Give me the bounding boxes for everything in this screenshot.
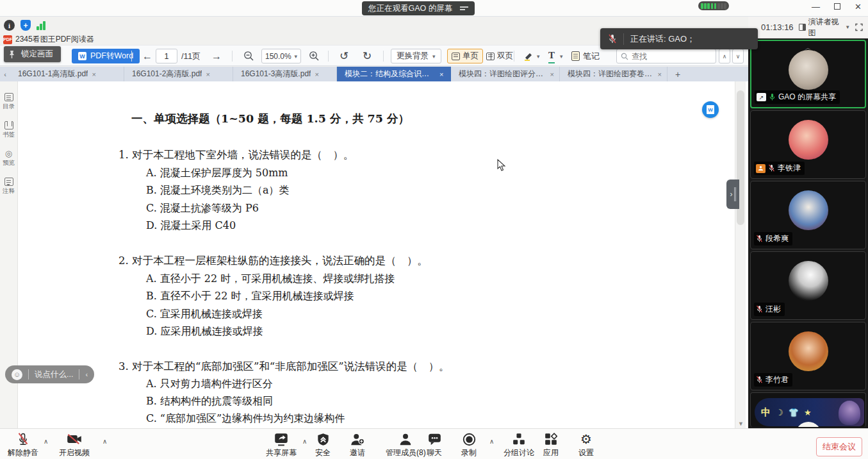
question-1-option-c: C. 混凝土抗渗等级为 P6 [146,202,259,215]
person-add-icon [350,432,364,446]
chevron-down-icon[interactable]: ▾ [560,49,563,63]
notes-button[interactable]: 笔记 [571,49,600,63]
lock-screen-tooltip[interactable]: 锁定画面 [4,46,61,62]
rail-toc[interactable]: 目录 [0,93,17,110]
participant-tile-lizhujun[interactable]: 李竹君 [750,322,866,390]
close-icon[interactable]: × [550,71,554,78]
rail-annotations[interactable]: 注释 [0,178,17,194]
page-number-input[interactable] [158,52,175,61]
toc-icon [4,93,13,101]
tab-module4-standard[interactable]: 模块四：详图绘图评分标准-A03 × [451,67,560,81]
zoom-in-button[interactable] [309,49,320,63]
question-2-option-a: A. 直径小于 22 时，可采用机械连接、焊接或绑扎搭接 [146,272,395,286]
find-previous-button[interactable]: ∧ [719,49,730,63]
close-button[interactable]: ✕ [855,2,862,12]
chevron-right-icon: › [730,190,733,199]
close-icon[interactable]: × [92,71,95,78]
search-icon [621,53,628,60]
find-input[interactable] [632,52,702,61]
participant-tile-duanxishuang[interactable]: 段希爽 [750,181,866,249]
tab-scroll-left[interactable]: ‹ [0,67,10,81]
participant-tile-wangbin[interactable]: 汪彬 [750,251,866,320]
banner-menu-icon[interactable] [460,5,468,12]
chevron-left-icon[interactable]: ‹ [85,371,88,378]
rotate-right-button[interactable]: ↻ [363,49,372,63]
close-icon[interactable]: × [439,71,443,78]
close-icon[interactable]: × [315,71,318,78]
tab-module4-paper[interactable]: 模块四：详图绘图赛卷-A03.pd × [560,67,667,81]
maximize-button[interactable] [834,3,840,10]
minimize-button[interactable]: — [812,2,820,12]
tab-16g101-2[interactable]: 16G101-2高清版.pdf × [124,67,233,81]
fullscreen-icon[interactable] [855,23,863,31]
text-tool-button[interactable]: T [548,49,555,63]
scroll-down-arrow[interactable]: ▼ [738,421,744,427]
apps-button[interactable]: 应用 [543,432,559,458]
video-options-chevron[interactable]: ∧ [102,438,107,445]
page-number-box [156,49,177,63]
share-screen-button[interactable]: 共享屏幕 [266,432,297,458]
manage-members-button[interactable]: 管理成员(8) [386,432,426,458]
prev-page-button[interactable]: ← [142,49,152,63]
record-options-chevron[interactable]: ∧ [489,438,494,445]
breakout-squares-icon [512,432,525,446]
new-tab-button[interactable]: + [667,67,688,81]
tab-16g101-1[interactable]: 16G101-1高清版.pdf × [10,67,124,81]
zoom-out-button[interactable] [243,49,254,63]
single-page-button[interactable]: 单页 [447,49,483,63]
close-icon[interactable]: × [206,71,209,78]
record-icon [463,432,476,446]
breakout-rooms-button[interactable]: 分组讨论 [504,432,534,458]
layout-icon [799,24,806,31]
rotate-left-button[interactable]: ↺ [340,49,348,63]
tab-16g101-3[interactable]: 16G101-3高清版.pdf × [233,67,337,81]
sidebar-collapse-handle[interactable]: › [726,179,739,209]
vertical-scrollbar[interactable]: ▼ [735,81,746,428]
emoji-icon[interactable]: ☺ [12,369,22,380]
chat-placeholder[interactable]: 说点什么... [35,369,73,380]
participant-tile-litiejin[interactable]: 李铁津 [750,110,866,179]
rail-preview[interactable]: ◎ 预览 [0,149,17,166]
pdf-to-word-button[interactable]: W PDF转Word [72,49,140,63]
double-page-button[interactable]: 双页 [482,49,518,63]
security-button[interactable]: 安全 [315,432,331,458]
question-3-option-b: B. 结构构件的抗震等级相同 [146,395,273,408]
mic-muted-icon [768,164,775,172]
highlighter-button[interactable]: ▾ [523,49,540,63]
close-icon[interactable]: × [658,71,662,78]
settings-button[interactable]: ⚙ 设置 [578,432,594,458]
record-button[interactable]: 录制 [461,432,477,458]
signal-bars-icon[interactable] [37,21,45,30]
tab-module2-active[interactable]: 模块二：结构及综合识图赛卷.p × [337,67,451,81]
chevron-down-icon: ▾ [432,53,436,60]
question-3-option-c: C. “底部加强区”边缘构件均为约束边缘构件 [146,412,345,426]
share-options-chevron[interactable]: ∧ [302,438,307,445]
drag-bars-icon [734,187,736,201]
zoom-level-dropdown[interactable]: 150.0% ▾ [261,49,301,63]
participant-tile-gao[interactable]: ︿ ↗ GAO 的屏幕共享 [750,40,866,108]
gear-icon: ⚙ [580,432,592,446]
next-page-button[interactable]: → [211,49,222,63]
invite-button[interactable]: 邀请 [350,432,365,458]
question-3-stem: 3. 对于本工程的“底部加强区”和“非底部加强区”说法错误的是（ ）。 [119,360,450,374]
star-icon: ★ [804,408,812,417]
view-mode-button[interactable]: 演讲者视图 ▼ [799,17,850,38]
info-icon[interactable]: i [4,20,15,31]
quick-chat-pill[interactable]: ☺ 说点什么... ‹ [5,365,94,383]
meeting-timer: 01:13:16 [761,22,794,32]
participant-tile-partial[interactable]: 中 ☽ 👕 ★ [750,392,866,427]
change-background-button[interactable]: 更换背景 ▾ [391,49,441,63]
find-next-button[interactable]: ∨ [732,49,744,63]
mic-options-chevron[interactable]: ∧ [44,438,48,445]
floating-word-convert-button[interactable]: W [702,101,719,118]
start-video-button[interactable]: 开启视频 [59,432,90,458]
rail-bookmarks[interactable]: 书签 [0,121,17,138]
end-meeting-button[interactable]: 结束会议 [816,437,862,456]
shield-icon [317,432,329,446]
bookmark-icon [4,121,13,129]
shield-plus-icon[interactable]: + [20,20,31,31]
watching-screen-banner: 您正在观看GAO 的屏幕 [362,1,475,15]
chat-button[interactable]: 聊天 [427,432,442,458]
unmute-button[interactable]: 解除静音 [8,432,38,458]
question-2-option-d: D. 应采用机械连接或焊接 [146,325,263,338]
